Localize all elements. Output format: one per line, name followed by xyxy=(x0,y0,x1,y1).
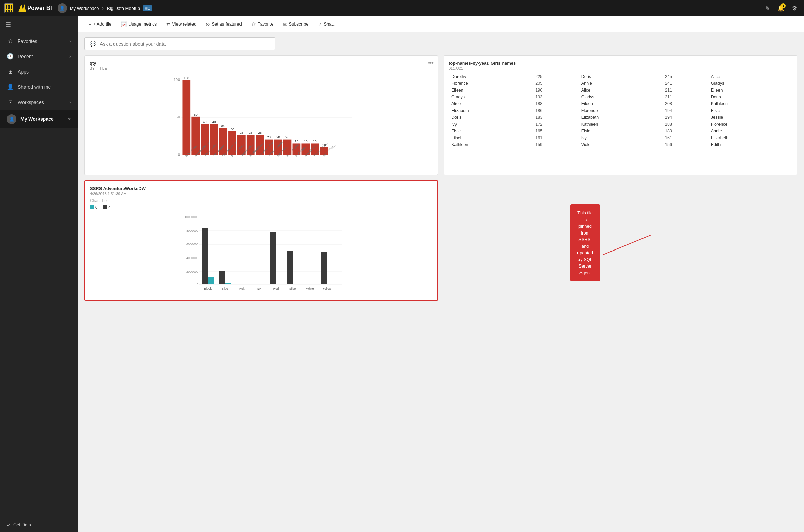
bar-red-4 xyxy=(270,232,276,284)
legend-label-4: 4 xyxy=(108,205,110,209)
table-row: Kathleen159 Violet156 Edith xyxy=(449,141,792,148)
tile1-menu-button[interactable]: ••• xyxy=(428,60,434,66)
svg-text:15: 15 xyxy=(304,139,308,143)
bar-chart-svg: 100 50 0 xyxy=(90,75,433,170)
svg-text:NA: NA xyxy=(257,287,261,290)
svg-text:35: 35 xyxy=(221,124,225,128)
navbar-right-actions: ✎ 🔔 1 ⚙ xyxy=(762,3,800,14)
svg-text:Multi: Multi xyxy=(238,287,245,290)
svg-text:15: 15 xyxy=(313,139,317,143)
bar-black-4 xyxy=(202,228,208,284)
favorite-label: Favorite xyxy=(258,21,274,27)
sidebar-item-workspaces[interactable]: ⊡ Workspaces › xyxy=(0,95,78,110)
bar-black-0 xyxy=(208,277,214,284)
svg-text:Red: Red xyxy=(273,287,279,290)
sidebar-item-favorites[interactable]: ☆ Favorites › xyxy=(0,33,78,49)
svg-text:20: 20 xyxy=(285,135,289,139)
sidebar-item-my-workspace[interactable]: 👤 My Workspace ∨ xyxy=(0,110,78,128)
callout-tail-svg xyxy=(600,235,661,255)
legend-item-4: 4 xyxy=(103,205,110,209)
bar-yellow-0 xyxy=(327,284,334,284)
svg-text:Silver: Silver xyxy=(289,287,297,290)
svg-text:10000000: 10000000 xyxy=(185,215,198,219)
gear-icon: ⚙ xyxy=(792,5,797,12)
breadcrumb-workspace[interactable]: My Workspace xyxy=(70,6,99,11)
ssrs-chart-svg: 10000000 8000000 6000000 4000000 2000000… xyxy=(90,212,433,294)
action-bar: + + Add tile 📈 Usage metrics ⇄ View rela… xyxy=(78,16,804,32)
set-as-featured-button[interactable]: ⊙ Set as featured xyxy=(202,19,246,29)
svg-text:20: 20 xyxy=(276,135,280,139)
legend-color-4 xyxy=(103,205,107,209)
qa-input[interactable] xyxy=(100,41,270,47)
svg-text:40: 40 xyxy=(212,120,216,124)
names-table-tile: top-names-by-year, Girls names 011:U21 D… xyxy=(444,55,797,175)
tile3-title: SSRS AdventureWorksDW xyxy=(90,186,433,191)
usage-metrics-label: Usage metrics xyxy=(128,21,157,27)
tile3-chart-title: Chart Title xyxy=(90,198,433,203)
notifications-button[interactable]: 🔔 1 xyxy=(775,3,786,14)
usage-metrics-button[interactable]: 📈 Usage metrics xyxy=(117,19,161,29)
share-button[interactable]: ↗ Sha... xyxy=(314,19,339,29)
star-icon: ☆ xyxy=(7,38,14,44)
workspace-label: My Workspace xyxy=(20,116,54,122)
table-row: Dorothy225 Doris245 Alice xyxy=(449,73,792,80)
legend-item-0: 0 xyxy=(90,205,97,209)
sidebar-menu-button[interactable]: ☰ xyxy=(0,16,78,33)
app-name: Power BI xyxy=(27,5,52,12)
svg-text:6000000: 6000000 xyxy=(186,243,198,246)
callout-panel: This tile is pinned from SSRS, and updat… xyxy=(444,180,797,301)
settings-button[interactable]: ⚙ xyxy=(789,3,800,14)
user-badge: HC xyxy=(143,5,152,11)
bar-silver-4 xyxy=(287,251,293,284)
sidebar-item-recent-label: Recent xyxy=(18,54,65,59)
view-related-button[interactable]: ⇄ View related xyxy=(162,19,200,29)
breadcrumb-page[interactable]: Big Data Meetup xyxy=(107,6,140,11)
table-row: Florence205 Annie241 Gladys xyxy=(449,80,792,87)
sidebar-item-shared[interactable]: 👤 Shared with me xyxy=(0,79,78,95)
qa-bar[interactable]: 💬 xyxy=(84,37,275,50)
bar-0 xyxy=(182,80,190,155)
subscribe-button[interactable]: ✉ Subscribe xyxy=(279,19,313,29)
plus-icon: + xyxy=(89,21,91,27)
sidebar-item-favorites-label: Favorites xyxy=(18,38,65,44)
svg-text:30: 30 xyxy=(231,127,234,131)
table-row: Gladys193 Gladys211 Doris xyxy=(449,94,792,100)
add-tile-button[interactable]: + + Add tile xyxy=(84,19,115,29)
powerbi-logo-icon xyxy=(18,4,26,12)
svg-text:8000000: 8000000 xyxy=(186,229,198,232)
names-data-table: Dorothy225 Doris245 Alice Florence205 An… xyxy=(449,73,792,148)
edit-icon: ✎ xyxy=(765,5,770,12)
svg-text:40: 40 xyxy=(203,120,207,124)
bar-silver-0 xyxy=(293,284,299,284)
svg-text:50: 50 xyxy=(194,113,198,116)
svg-text:2000000: 2000000 xyxy=(186,270,198,273)
svg-line-58 xyxy=(603,235,651,255)
favorite-button[interactable]: ☆ Favorite xyxy=(247,19,278,29)
svg-text:50: 50 xyxy=(176,115,180,119)
chevron-right-icon-recent: › xyxy=(69,54,71,59)
svg-text:25: 25 xyxy=(249,131,252,134)
svg-text:0: 0 xyxy=(178,152,180,157)
featured-icon: ⊙ xyxy=(206,21,210,27)
svg-text:White: White xyxy=(306,287,314,290)
get-data-label: Get Data xyxy=(13,522,31,527)
svg-text:20: 20 xyxy=(267,135,271,139)
callout-text: This tile is pinned from SSRS, and updat… xyxy=(577,210,593,275)
sidebar-item-apps[interactable]: ⊞ Apps xyxy=(0,64,78,79)
app-layout: ☰ ☆ Favorites › 🕐 Recent › ⊞ Apps 👤 Shar… xyxy=(0,16,804,532)
workspace-avatar: 👤 xyxy=(7,114,16,124)
sidebar-item-recent[interactable]: 🕐 Recent › xyxy=(0,49,78,64)
share-icon: ↗ xyxy=(318,21,322,27)
chevron-right-icon-workspaces: › xyxy=(69,100,71,105)
chevron-down-icon: ∨ xyxy=(68,117,71,122)
sidebar-item-shared-label: Shared with me xyxy=(18,84,71,90)
chart-icon: 📈 xyxy=(121,21,127,27)
svg-text:25: 25 xyxy=(239,131,243,134)
breadcrumb: 👤 My Workspace > Big Data Meetup HC xyxy=(58,3,152,13)
bar-white-0 xyxy=(304,284,310,284)
clock-icon: 🕐 xyxy=(7,53,14,60)
ssrs-callout: This tile is pinned from SSRS, and updat… xyxy=(570,204,600,281)
edit-button[interactable]: ✎ xyxy=(762,3,773,14)
app-launcher-button[interactable] xyxy=(4,3,14,13)
get-data-button[interactable]: ↙ Get Data xyxy=(0,517,78,532)
